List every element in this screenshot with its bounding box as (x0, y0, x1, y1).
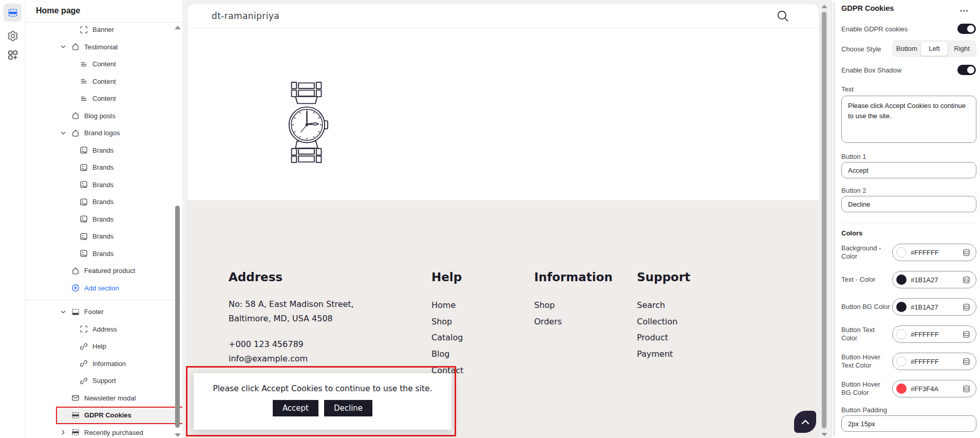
sidebar-item-label: Newsletter modal (84, 394, 136, 402)
sidebar-item-banner[interactable]: Banner (56, 21, 183, 39)
sidebar-item-add-section[interactable]: Add section (56, 280, 183, 297)
footer-link-orders[interactable]: Orders (534, 314, 613, 330)
chevron-down-icon[interactable] (59, 43, 67, 51)
sidebar-item-gdpr-cookies[interactable]: GDPR Cookies (56, 407, 183, 424)
search-icon[interactable] (776, 9, 789, 23)
sidebar-item-brands[interactable]: Brands (56, 228, 183, 245)
box-shadow-label: Enable Box Shadow (841, 66, 901, 74)
store-logo[interactable]: dt-ramanipriya (212, 11, 279, 21)
footer-link-shop[interactable]: Shop (534, 297, 613, 314)
more-options-icon[interactable] (959, 6, 969, 14)
image-icon (80, 146, 88, 154)
sidebar-item-brands[interactable]: Brands (56, 142, 183, 159)
footer-link-payment[interactable]: Payment (637, 346, 690, 362)
footer-column-help: HelpHomeShopCatalogBlogContact (431, 270, 463, 379)
color-label: Button Hover Text Color (841, 353, 891, 370)
scroll-to-top-button[interactable] (794, 411, 816, 433)
cookie-message: Please click Accept Cookies to continue … (194, 384, 451, 393)
sidebar-item-recently-purchased[interactable]: Recently purchased (56, 424, 183, 438)
home-icon (71, 112, 80, 120)
color-settings: Background - Color#FFFFFFText - Color#1B… (841, 244, 976, 407)
sidebar-item-label: Content (92, 60, 116, 68)
footer-link-blog[interactable]: Blog (431, 346, 463, 362)
preview-scrollbar-thumb[interactable] (822, 12, 826, 428)
footer-link-shop[interactable]: Shop (431, 314, 463, 330)
color-picker-button-text-color[interactable]: #FFFFFF (892, 325, 976, 343)
footer-link-search[interactable]: Search (637, 297, 690, 314)
sidebar-item-brand-logos[interactable]: Brand logos (56, 124, 183, 142)
sidebar-item-content[interactable]: Content (56, 73, 183, 90)
decline-cookies-button[interactable]: Decline (324, 400, 372, 416)
footer-column-information: InformationShopOrders (534, 270, 613, 330)
panel-scrollbar-track[interactable] (833, 2, 835, 436)
sidebar-item-support[interactable]: Support (56, 372, 183, 390)
chevron-placeholder (59, 411, 67, 419)
footer-link-home[interactable]: Home (431, 297, 463, 314)
sidebar-scroll-up-arrow[interactable] (175, 26, 181, 29)
sidebar-item-testimonial[interactable]: Testimonial (56, 39, 183, 56)
style-option-right[interactable]: Right (948, 42, 975, 56)
sidebar-item-information[interactable]: Information (56, 355, 183, 373)
sidebar-item-featured-product[interactable]: Featured product (56, 262, 183, 280)
database-icon (962, 248, 971, 257)
sidebar-item-brands[interactable]: Brands (56, 211, 183, 228)
color-hex-value: #FFFFFF (911, 331, 939, 338)
color-swatch (896, 329, 907, 339)
sidebar-item-content[interactable]: Content (56, 56, 183, 73)
gdpr-section-highlight: Please click Accept Cookies to continue … (186, 366, 456, 436)
rail-apps-button[interactable] (4, 46, 22, 64)
sidebar-item-brands[interactable]: Brands (56, 193, 183, 211)
sidebar-item-label: Brands (92, 163, 114, 171)
preview-scroll-up-arrow[interactable] (821, 5, 827, 8)
chevron-down-icon[interactable] (59, 129, 67, 137)
sidebar-item-brands[interactable]: Brands (56, 159, 183, 176)
rail-settings-button[interactable] (4, 27, 22, 45)
sidebar-item-footer[interactable]: Footer (56, 303, 183, 321)
preview-scroll-down-arrow[interactable] (821, 433, 827, 436)
color-picker-button-hover-text-color[interactable]: #FFFFFF (892, 353, 976, 370)
footer-link-collection[interactable]: Collection (637, 314, 690, 330)
button2-label: Button 2 (841, 187, 866, 194)
style-option-left[interactable]: Left (920, 41, 949, 56)
add-circle-icon (71, 284, 80, 292)
gdpr-settings-panel: GDPR Cookies Enable GDPR cookies Choose … (831, 0, 980, 438)
sidebar-item-label: Brands (92, 250, 114, 258)
sidebar-item-address[interactable]: Address (56, 321, 183, 338)
enable-gdpr-toggle[interactable] (957, 24, 976, 34)
enable-gdpr-label: Enable GDPR cookies (841, 25, 908, 33)
accept-cookies-button[interactable]: Accept (273, 400, 318, 416)
sidebar-item-blog-posts[interactable]: Blog posts (56, 107, 183, 125)
chevron-down-icon[interactable] (59, 308, 67, 316)
home-icon (71, 129, 80, 137)
sidebar-item-label: Add section (84, 284, 119, 292)
panel-divider (841, 223, 976, 223)
sidebar-item-brands[interactable]: Brands (56, 176, 183, 194)
sidebar-item-help[interactable]: Help (56, 338, 183, 355)
choose-style-row: Choose Style BottomLeftRight (841, 40, 976, 58)
color-picker-button-hover-bg-color[interactable]: #FF3F4A (892, 380, 976, 397)
chevron-placeholder (59, 284, 67, 292)
button2-input[interactable] (841, 196, 976, 212)
chevron-right-icon[interactable] (59, 428, 67, 436)
color-picker-text-color[interactable]: #1B1A27 (892, 271, 976, 288)
box-shadow-toggle[interactable] (957, 65, 976, 75)
frame-icon (80, 325, 88, 333)
color-picker-background-color[interactable]: #FFFFFF (892, 244, 976, 261)
rail-sections-button[interactable] (4, 4, 22, 22)
button-padding-input[interactable] (841, 415, 976, 432)
colors-heading: Colors (841, 229, 862, 237)
sidebar-item-newsletter-modal[interactable]: Newsletter modal (56, 390, 183, 407)
color-picker-button-bg-color[interactable]: #1B1A27 (892, 298, 976, 316)
sidebar-item-brands[interactable]: Brands (56, 245, 183, 263)
style-option-bottom[interactable]: Bottom (893, 42, 920, 56)
database-icon (962, 276, 971, 284)
watch-illustration (285, 81, 329, 163)
apps-add-icon (7, 49, 18, 61)
cookie-text-input[interactable]: Please click Accept Cookies to continue … (841, 96, 976, 143)
button1-input[interactable] (841, 162, 976, 178)
sidebar-scrollbar-thumb[interactable] (175, 206, 180, 428)
footer-link-product[interactable]: Product (637, 330, 690, 346)
sidebar-scroll-down-arrow[interactable] (175, 433, 181, 437)
sidebar-item-content[interactable]: Content (56, 90, 183, 107)
footer-link-catalog[interactable]: Catalog (431, 330, 463, 346)
